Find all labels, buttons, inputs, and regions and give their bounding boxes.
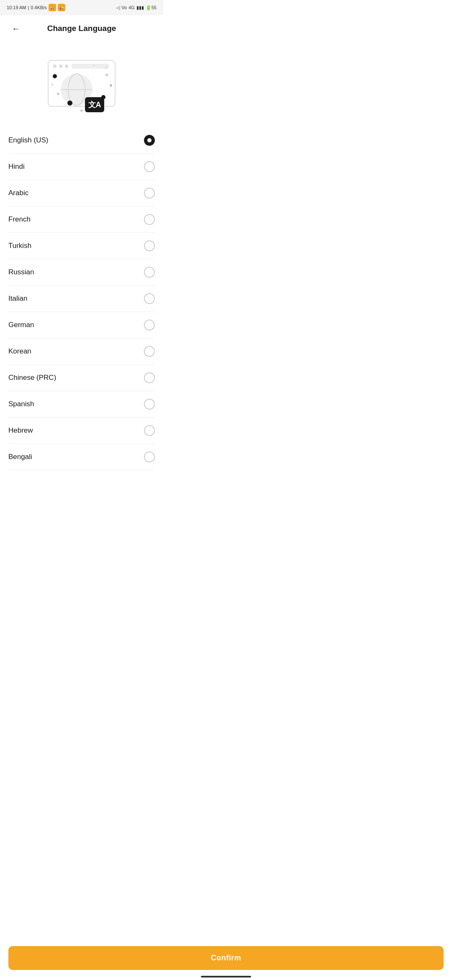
radio-chinese-prc[interactable]	[144, 372, 155, 383]
back-button[interactable]: ←	[8, 21, 23, 36]
language-name-spanish: Spanish	[8, 400, 34, 408]
svg-point-2	[59, 64, 62, 68]
page-title: Change Language	[23, 24, 140, 33]
status-time-speed: 10:19 AM | 0.4KB/s 🚚 🚛	[7, 4, 65, 11]
network-icon: 4G	[128, 5, 135, 10]
app-icon-2: 🚛	[58, 4, 65, 11]
svg-point-13	[105, 74, 108, 76]
location-icon: ◁	[116, 5, 120, 10]
language-name-french: French	[8, 215, 31, 224]
radio-bengali[interactable]	[144, 451, 155, 462]
radio-french[interactable]	[144, 214, 155, 225]
svg-point-1	[53, 64, 56, 68]
language-name-bengali: Bengali	[8, 453, 32, 461]
language-name-german: German	[8, 321, 34, 329]
svg-point-12	[67, 101, 72, 106]
app-icon-1: 🚚	[49, 4, 56, 11]
language-illustration: 文A	[40, 52, 123, 115]
language-item-italian[interactable]: Italian	[8, 286, 155, 312]
language-name-hindi: Hindi	[8, 162, 25, 171]
radio-german[interactable]	[144, 320, 155, 330]
language-name-chinese-prc: Chinese (PRC)	[8, 374, 56, 382]
svg-point-15	[110, 84, 112, 87]
svg-text:文A: 文A	[88, 101, 101, 109]
status-network-speed: 0.4KB/s	[31, 5, 47, 10]
radio-arabic[interactable]	[144, 188, 155, 199]
language-item-bengali[interactable]: Bengali	[8, 444, 155, 470]
radio-hebrew[interactable]	[144, 425, 155, 436]
radio-italian[interactable]	[144, 293, 155, 304]
svg-point-10	[53, 74, 57, 78]
radio-korean[interactable]	[144, 346, 155, 357]
language-name-arabic: Arabic	[8, 189, 28, 197]
radio-spanish[interactable]	[144, 399, 155, 410]
language-name-turkish: Turkish	[8, 242, 31, 250]
status-icons: ◁ Vo 4G ▮▮▮ 🔋55	[116, 5, 157, 10]
status-time: 10:19 AM	[7, 5, 26, 10]
language-list: English (US)HindiArabicFrenchTurkishRuss…	[0, 127, 163, 512]
signal-icon: ▮▮▮	[136, 5, 144, 10]
language-name-hebrew: Hebrew	[8, 426, 33, 435]
svg-point-11	[101, 95, 105, 99]
radio-hindi[interactable]	[144, 161, 155, 172]
language-name-italian: Italian	[8, 294, 27, 303]
battery-icon: 🔋55	[146, 5, 157, 10]
radio-english-us[interactable]	[144, 135, 155, 146]
svg-point-16	[105, 67, 107, 69]
language-item-russian[interactable]: Russian	[8, 259, 155, 286]
language-item-korean[interactable]: Korean	[8, 338, 155, 365]
status-speed: |	[28, 5, 29, 10]
language-name-russian: Russian	[8, 268, 34, 276]
illustration-container: 文A	[0, 42, 163, 127]
back-arrow-icon: ←	[12, 24, 20, 34]
vo-icon: Vo	[121, 5, 127, 10]
language-item-chinese-prc[interactable]: Chinese (PRC)	[8, 365, 155, 391]
svg-rect-4	[72, 64, 109, 69]
language-name-korean: Korean	[8, 347, 31, 356]
language-item-spanish[interactable]: Spanish	[8, 391, 155, 418]
svg-point-18	[80, 109, 83, 112]
language-item-arabic[interactable]: Arabic	[8, 180, 155, 206]
radio-russian[interactable]	[144, 267, 155, 278]
svg-point-17	[51, 84, 54, 86]
language-item-hindi[interactable]: Hindi	[8, 154, 155, 180]
status-bar: 10:19 AM | 0.4KB/s 🚚 🚛 ◁ Vo 4G ▮▮▮ 🔋55	[0, 0, 163, 15]
svg-point-3	[65, 64, 68, 68]
language-item-english-us[interactable]: English (US)	[8, 127, 155, 154]
language-item-hebrew[interactable]: Hebrew	[8, 418, 155, 444]
radio-turkish[interactable]	[144, 240, 155, 251]
header: ← Change Language	[0, 15, 163, 42]
language-name-english-us: English (US)	[8, 136, 48, 144]
language-item-turkish[interactable]: Turkish	[8, 233, 155, 259]
svg-point-19	[93, 64, 95, 66]
language-item-german[interactable]: German	[8, 312, 155, 338]
svg-point-14	[57, 93, 59, 95]
language-item-french[interactable]: French	[8, 206, 155, 233]
